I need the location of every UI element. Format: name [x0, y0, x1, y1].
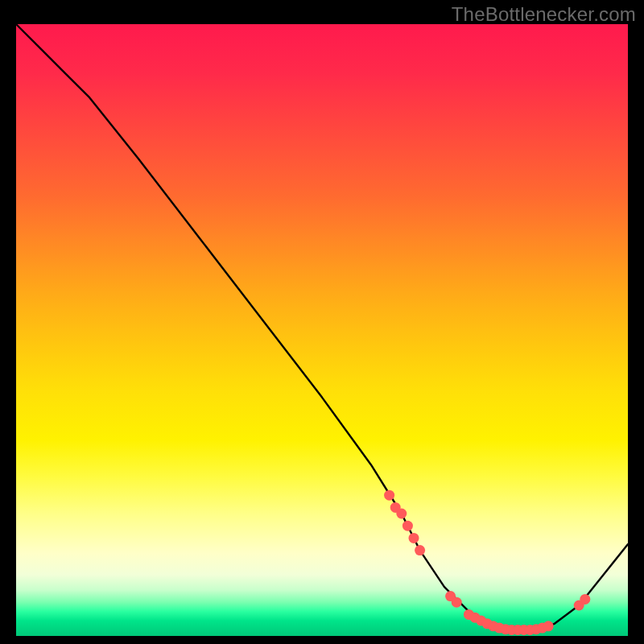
highlight-point: [409, 533, 419, 543]
highlight-point: [580, 594, 590, 605]
highlight-point: [543, 621, 554, 631]
highlight-point: [415, 545, 425, 555]
highlight-point: [452, 597, 462, 608]
chart-svg: [16, 24, 628, 636]
highlight-point: [396, 509, 407, 519]
highlight-point: [402, 521, 413, 531]
watermark-text: TheBottlenecker.com: [452, 3, 636, 26]
bottleneck-curve: [16, 24, 628, 630]
chart-frame: TheBottlenecker.com: [0, 0, 644, 644]
highlight-point: [384, 490, 394, 501]
plot-area: [16, 24, 628, 636]
highlight-points-group: [384, 490, 590, 635]
